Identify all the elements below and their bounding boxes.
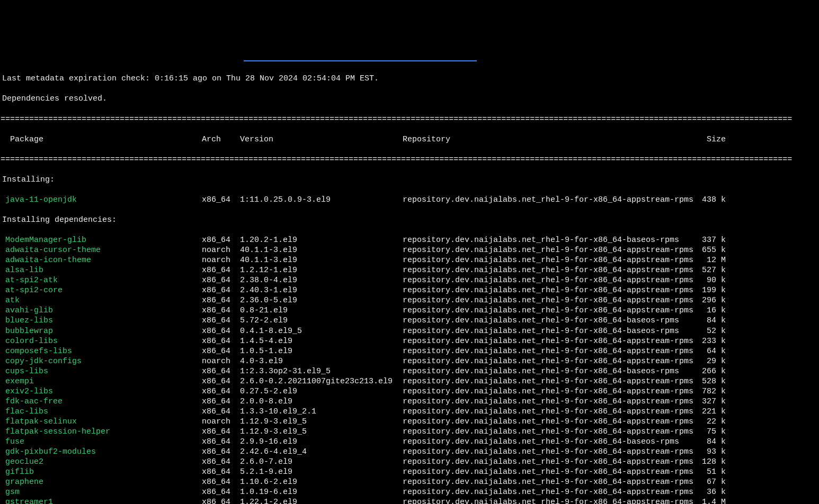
package-row: gstreamer1x86_641.22.1-2.el9repository.d… (0, 497, 819, 504)
package-arch: x86_64 (202, 235, 240, 245)
package-arch: x86_64 (202, 336, 240, 346)
package-row: flatpak-selinuxnoarch1.12.9-3.el9_5repos… (0, 417, 819, 427)
package-row: gdk-pixbuf2-modulesx86_642.42.6-4.el9_4r… (0, 447, 819, 457)
package-repository: repository.dev.naijalabs.net_rhel-9-for-… (403, 346, 700, 356)
package-arch: x86_64 (202, 467, 240, 477)
package-row: exiv2-libsx86_640.27.5-2.el9repository.d… (0, 386, 819, 397)
package-row: java-11-openjdkx86_641:11.0.25.0.9-3.el9… (0, 195, 819, 205)
package-version: 1.22.1-2.el9 (240, 497, 403, 504)
package-repository: repository.dev.naijalabs.net_rhel-9-for-… (403, 397, 700, 407)
divider-top: ========================================… (0, 114, 819, 124)
package-size: 296 k (700, 295, 730, 305)
package-row: bubblewrapx86_640.4.1-8.el9_5repository.… (0, 326, 819, 336)
package-arch: x86_64 (202, 397, 240, 407)
package-size: 67 k (700, 477, 730, 487)
package-size: 221 k (700, 407, 730, 417)
package-version: 2.42.6-4.el9_4 (240, 447, 403, 457)
package-size: 93 k (700, 447, 730, 457)
package-version: 1.12.9-3.el9_5 (240, 427, 403, 437)
package-name: giflib (0, 467, 202, 477)
package-size: 337 k (700, 235, 730, 245)
package-repository: repository.dev.naijalabs.net_rhel-9-for-… (403, 285, 700, 295)
header-repository: Repository (403, 134, 700, 145)
package-version: 1.10.6-2.el9 (240, 477, 403, 487)
package-size: 128 k (700, 457, 730, 467)
package-name: graphene (0, 477, 202, 487)
package-version: 4.0-3.el9 (240, 356, 403, 366)
package-row: adwaita-cursor-themenoarch40.1.1-3.el9re… (0, 245, 819, 255)
package-repository: repository.dev.naijalabs.net_rhel-9-for-… (403, 487, 700, 497)
package-name: geoclue2 (0, 457, 202, 467)
package-repository: repository.dev.naijalabs.net_rhel-9-for-… (403, 386, 700, 397)
package-size: 36 k (700, 487, 730, 497)
package-arch: x86_64 (202, 376, 240, 386)
package-row: copy-jdk-configsnoarch4.0-3.el9repositor… (0, 356, 819, 366)
package-size: 29 k (700, 356, 730, 366)
package-size: 655 k (700, 245, 730, 255)
package-size: 84 k (700, 437, 730, 447)
metadata-check-line: Last metadata expiration check: 0:16:15 … (0, 74, 819, 84)
package-version: 1:11.0.25.0.9-3.el9 (240, 195, 403, 205)
package-row: flac-libsx86_641.3.3-10.el9_2.1repositor… (0, 407, 819, 417)
package-size: 266 k (700, 366, 730, 376)
package-name: adwaita-cursor-theme (0, 245, 202, 255)
package-repository: repository.dev.naijalabs.net_rhel-9-for-… (403, 407, 700, 417)
package-name: flac-libs (0, 407, 202, 417)
package-repository: repository.dev.naijalabs.net_rhel-9-for-… (403, 427, 700, 437)
package-arch: x86_64 (202, 195, 240, 205)
package-row: at-spi2-corex86_642.40.3-1.el9repository… (0, 285, 819, 295)
package-arch: x86_64 (202, 437, 240, 447)
package-version: 1.0.5-1.el9 (240, 346, 403, 356)
package-name: alsa-lib (0, 265, 202, 275)
tab-bar (0, 40, 819, 41)
package-repository: repository.dev.naijalabs.net_rhel-9-for-… (403, 447, 700, 457)
package-name: ModemManager-glib (0, 235, 202, 245)
package-arch: noarch (202, 245, 240, 255)
package-arch: x86_64 (202, 366, 240, 376)
package-version: 40.1.1-3.el9 (240, 255, 403, 265)
package-row: graphenex86_641.10.6-2.el9repository.dev… (0, 477, 819, 487)
package-version: 2.9.9-16.el9 (240, 437, 403, 447)
package-row: cups-libsx86_641:2.3.3op2-31.el9_5reposi… (0, 366, 819, 376)
package-row: giflibx86_645.2.1-9.el9repository.dev.na… (0, 467, 819, 477)
package-name: fuse (0, 437, 202, 447)
package-name: exiv2-libs (0, 386, 202, 397)
package-version: 2.6.0-7.el9 (240, 457, 403, 467)
package-row: avahi-glibx86_640.8-21.el9repository.dev… (0, 305, 819, 316)
header-package: Package (0, 134, 202, 145)
package-size: 12 M (700, 255, 730, 265)
package-version: 0.4.1-8.el9_5 (240, 326, 403, 336)
package-size: 75 k (700, 427, 730, 437)
package-arch: x86_64 (202, 386, 240, 397)
package-version: 2.6.0-0.2.20211007gite23c213.el9 (240, 376, 403, 386)
package-name: at-spi2-core (0, 285, 202, 295)
package-arch: x86_64 (202, 316, 240, 326)
package-name: gdk-pixbuf2-modules (0, 447, 202, 457)
package-row: at-spi2-atkx86_642.38.0-4.el9repository.… (0, 275, 819, 285)
package-arch: x86_64 (202, 346, 240, 356)
package-arch: x86_64 (202, 326, 240, 336)
package-version: 1:2.3.3op2-31.el9_5 (240, 366, 403, 376)
package-arch: x86_64 (202, 295, 240, 305)
terminal-output[interactable]: Last metadata expiration check: 0:16:15 … (0, 61, 819, 504)
package-row: gsmx86_641.0.19-6.el9repository.dev.naij… (0, 487, 819, 497)
package-arch: x86_64 (202, 285, 240, 295)
package-repository: repository.dev.naijalabs.net_rhel-9-for-… (403, 376, 700, 386)
package-size: 527 k (700, 265, 730, 275)
package-version: 1.0.19-6.el9 (240, 487, 403, 497)
package-arch: noarch (202, 255, 240, 265)
package-version: 1.20.2-1.el9 (240, 235, 403, 245)
package-name: fdk-aac-free (0, 397, 202, 407)
installing-section: Installing: (0, 175, 819, 185)
package-version: 1.2.12-1.el9 (240, 265, 403, 275)
package-row: exempix86_642.6.0-0.2.20211007gite23c213… (0, 376, 819, 386)
package-version: 0.8-21.el9 (240, 305, 403, 316)
dependencies-resolved-line: Dependencies resolved. (0, 94, 819, 104)
package-repository: repository.dev.naijalabs.net_rhel-9-for-… (403, 366, 700, 376)
package-arch: x86_64 (202, 275, 240, 285)
package-repository: repository.dev.naijalabs.net_rhel-9-for-… (403, 437, 700, 447)
header-arch: Arch (202, 134, 240, 145)
package-name: flatpak-selinux (0, 417, 202, 427)
package-arch: x86_64 (202, 407, 240, 417)
package-repository: repository.dev.naijalabs.net_rhel-9-for-… (403, 255, 700, 265)
